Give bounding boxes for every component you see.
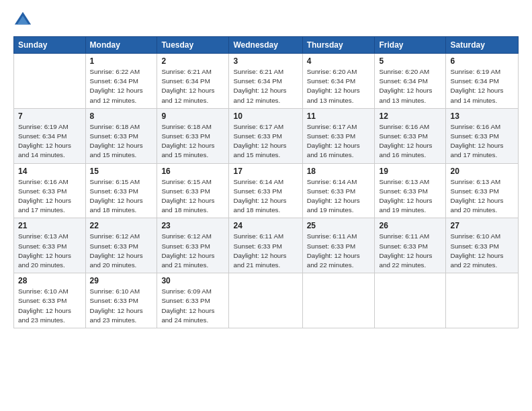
calendar-cell: 17Sunrise: 6:14 AM Sunset: 6:33 PM Dayli…: [229, 163, 302, 218]
day-info: Sunrise: 6:16 AM Sunset: 6:33 PM Dayligh…: [379, 122, 441, 161]
day-number: 19: [379, 167, 441, 176]
day-info: Sunrise: 6:21 AM Sunset: 6:34 PM Dayligh…: [161, 67, 224, 105]
calendar-cell: 4Sunrise: 6:20 AM Sunset: 6:34 PM Daylig…: [302, 54, 375, 109]
day-info: Sunrise: 6:14 AM Sunset: 6:33 PM Dayligh…: [307, 177, 371, 216]
calendar-header-monday: Monday: [85, 37, 157, 54]
day-number: 21: [18, 221, 81, 230]
calendar-cell: 13Sunrise: 6:16 AM Sunset: 6:33 PM Dayli…: [446, 108, 519, 163]
day-info: Sunrise: 6:16 AM Sunset: 6:33 PM Dayligh…: [18, 177, 81, 216]
calendar-table: SundayMondayTuesdayWednesdayThursdayFrid…: [13, 36, 519, 328]
day-number: 12: [379, 111, 441, 121]
day-info: Sunrise: 6:20 AM Sunset: 6:34 PM Dayligh…: [307, 67, 371, 105]
day-number: 14: [18, 167, 81, 176]
calendar-cell: 25Sunrise: 6:11 AM Sunset: 6:33 PM Dayli…: [302, 218, 375, 273]
day-info: Sunrise: 6:14 AM Sunset: 6:33 PM Dayligh…: [233, 177, 298, 216]
day-info: Sunrise: 6:11 AM Sunset: 6:33 PM Dayligh…: [307, 232, 371, 270]
calendar-cell: 19Sunrise: 6:13 AM Sunset: 6:33 PM Dayli…: [375, 163, 446, 218]
day-number: 16: [161, 167, 224, 176]
day-number: 15: [90, 167, 153, 176]
day-info: Sunrise: 6:17 AM Sunset: 6:33 PM Dayligh…: [233, 122, 298, 161]
day-number: 23: [161, 221, 224, 230]
day-info: Sunrise: 6:15 AM Sunset: 6:33 PM Dayligh…: [161, 177, 224, 216]
calendar-cell: 26Sunrise: 6:11 AM Sunset: 6:33 PM Dayli…: [375, 218, 446, 273]
day-number: 4: [307, 56, 371, 66]
day-number: 25: [307, 221, 371, 230]
day-info: Sunrise: 6:13 AM Sunset: 6:33 PM Dayligh…: [450, 177, 514, 216]
day-info: Sunrise: 6:20 AM Sunset: 6:34 PM Dayligh…: [379, 67, 441, 105]
calendar-cell: 24Sunrise: 6:11 AM Sunset: 6:33 PM Dayli…: [229, 218, 302, 273]
day-number: 5: [379, 56, 441, 66]
calendar-cell: [375, 273, 446, 328]
calendar-header-friday: Friday: [375, 37, 446, 54]
day-info: Sunrise: 6:11 AM Sunset: 6:33 PM Dayligh…: [379, 232, 441, 270]
calendar-cell: 5Sunrise: 6:20 AM Sunset: 6:34 PM Daylig…: [375, 54, 446, 109]
calendar-cell: 3Sunrise: 6:21 AM Sunset: 6:34 PM Daylig…: [229, 54, 302, 109]
calendar-cell: 12Sunrise: 6:16 AM Sunset: 6:33 PM Dayli…: [375, 108, 446, 163]
calendar-cell: 16Sunrise: 6:15 AM Sunset: 6:33 PM Dayli…: [157, 163, 229, 218]
calendar-cell: 2Sunrise: 6:21 AM Sunset: 6:34 PM Daylig…: [157, 54, 229, 109]
day-info: Sunrise: 6:19 AM Sunset: 6:34 PM Dayligh…: [450, 67, 514, 105]
day-number: 13: [450, 111, 514, 121]
calendar-header-wednesday: Wednesday: [229, 37, 302, 54]
day-info: Sunrise: 6:11 AM Sunset: 6:33 PM Dayligh…: [233, 232, 298, 270]
day-number: 20: [450, 167, 514, 176]
day-info: Sunrise: 6:10 AM Sunset: 6:33 PM Dayligh…: [90, 287, 153, 325]
calendar-cell: 30Sunrise: 6:09 AM Sunset: 6:33 PM Dayli…: [157, 273, 229, 328]
calendar-cell: 23Sunrise: 6:12 AM Sunset: 6:33 PM Dayli…: [157, 218, 229, 273]
day-number: 27: [450, 221, 514, 230]
day-number: 9: [161, 111, 224, 121]
calendar-cell: 1Sunrise: 6:22 AM Sunset: 6:34 PM Daylig…: [85, 54, 157, 109]
day-number: 6: [450, 56, 514, 66]
calendar-cell: 6Sunrise: 6:19 AM Sunset: 6:34 PM Daylig…: [446, 54, 519, 109]
calendar-cell: [14, 54, 86, 109]
day-info: Sunrise: 6:09 AM Sunset: 6:33 PM Dayligh…: [161, 287, 224, 325]
day-number: 11: [307, 111, 371, 121]
calendar-cell: [229, 273, 302, 328]
day-info: Sunrise: 6:18 AM Sunset: 6:33 PM Dayligh…: [90, 122, 153, 161]
calendar-cell: 27Sunrise: 6:10 AM Sunset: 6:33 PM Dayli…: [446, 218, 519, 273]
day-info: Sunrise: 6:16 AM Sunset: 6:33 PM Dayligh…: [450, 122, 514, 161]
calendar-cell: 15Sunrise: 6:15 AM Sunset: 6:33 PM Dayli…: [85, 163, 157, 218]
calendar-header-thursday: Thursday: [302, 37, 375, 54]
day-number: 8: [90, 111, 153, 121]
calendar-cell: 20Sunrise: 6:13 AM Sunset: 6:33 PM Dayli…: [446, 163, 519, 218]
calendar-cell: 7Sunrise: 6:19 AM Sunset: 6:34 PM Daylig…: [14, 108, 86, 163]
calendar-cell: 9Sunrise: 6:18 AM Sunset: 6:33 PM Daylig…: [157, 108, 229, 163]
day-number: 22: [90, 221, 153, 230]
day-info: Sunrise: 6:19 AM Sunset: 6:34 PM Dayligh…: [18, 122, 81, 161]
day-info: Sunrise: 6:12 AM Sunset: 6:33 PM Dayligh…: [161, 232, 224, 270]
calendar-cell: [446, 273, 519, 328]
day-info: Sunrise: 6:22 AM Sunset: 6:34 PM Dayligh…: [90, 67, 153, 105]
day-number: 18: [307, 167, 371, 176]
calendar-header-saturday: Saturday: [446, 37, 519, 54]
day-info: Sunrise: 6:13 AM Sunset: 6:33 PM Dayligh…: [18, 232, 81, 270]
calendar-cell: 18Sunrise: 6:14 AM Sunset: 6:33 PM Dayli…: [302, 163, 375, 218]
day-number: 28: [18, 276, 81, 285]
day-info: Sunrise: 6:10 AM Sunset: 6:33 PM Dayligh…: [450, 232, 514, 270]
calendar-cell: 28Sunrise: 6:10 AM Sunset: 6:33 PM Dayli…: [14, 273, 86, 328]
day-info: Sunrise: 6:15 AM Sunset: 6:33 PM Dayligh…: [90, 177, 153, 216]
day-info: Sunrise: 6:17 AM Sunset: 6:33 PM Dayligh…: [307, 122, 371, 161]
day-info: Sunrise: 6:21 AM Sunset: 6:34 PM Dayligh…: [233, 67, 298, 105]
calendar-cell: 10Sunrise: 6:17 AM Sunset: 6:33 PM Dayli…: [229, 108, 302, 163]
day-number: 29: [90, 276, 153, 285]
day-number: 24: [233, 221, 298, 230]
day-info: Sunrise: 6:18 AM Sunset: 6:33 PM Dayligh…: [161, 122, 224, 161]
day-info: Sunrise: 6:12 AM Sunset: 6:33 PM Dayligh…: [90, 232, 153, 270]
logo-icon: [13, 11, 32, 30]
calendar-cell: 8Sunrise: 6:18 AM Sunset: 6:33 PM Daylig…: [85, 108, 157, 163]
day-number: 17: [233, 167, 298, 176]
day-number: 2: [161, 56, 224, 66]
logo: [13, 11, 35, 30]
day-number: 7: [18, 111, 81, 121]
header: [13, 11, 519, 30]
day-info: Sunrise: 6:13 AM Sunset: 6:33 PM Dayligh…: [379, 177, 441, 216]
calendar-cell: 22Sunrise: 6:12 AM Sunset: 6:33 PM Dayli…: [85, 218, 157, 273]
page: SundayMondayTuesdayWednesdayThursdayFrid…: [0, 0, 532, 411]
calendar-cell: 29Sunrise: 6:10 AM Sunset: 6:33 PM Dayli…: [85, 273, 157, 328]
day-number: 26: [379, 221, 441, 230]
calendar-cell: 21Sunrise: 6:13 AM Sunset: 6:33 PM Dayli…: [14, 218, 86, 273]
day-number: 1: [90, 56, 153, 66]
day-number: 3: [233, 56, 298, 66]
day-number: 30: [161, 276, 224, 285]
